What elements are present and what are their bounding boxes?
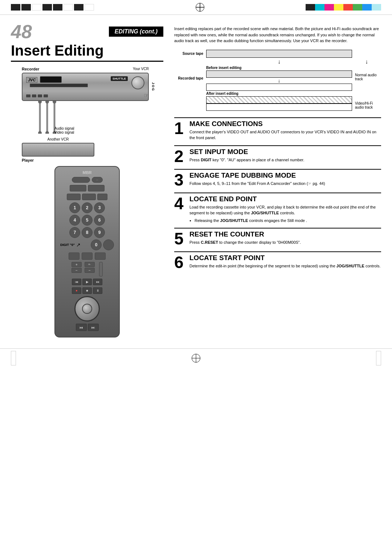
- signal-labels: Audio signal Video signal: [54, 126, 163, 134]
- num-btn-9[interactable]: 9: [94, 227, 105, 238]
- svg-point-3: [38, 101, 42, 104]
- step-3-number: 3: [174, 171, 186, 188]
- vcr-display: [40, 76, 62, 83]
- left-column: 48 EDITING (cont.) Insert Editing Record…: [11, 22, 171, 337]
- page-content: 48 EDITING (cont.) Insert Editing Record…: [0, 15, 392, 345]
- remote-extra-row: [60, 252, 114, 260]
- rewind-button[interactable]: ⏮: [72, 279, 81, 285]
- player-box: [22, 143, 94, 157]
- right-column: Insert editing replaces part of the reco…: [171, 22, 381, 337]
- color-registration-bar: [306, 4, 381, 11]
- num-btn-6[interactable]: 6: [94, 215, 105, 226]
- step-3-title: Engage Tape Dubbing Mode: [189, 171, 325, 179]
- after-audio-track: [206, 104, 352, 111]
- step-4-title: Locate End Point: [189, 195, 381, 203]
- before-label: Before insert editing: [206, 66, 352, 70]
- registration-marks-left: [11, 4, 94, 11]
- vcr-diagram: Recorder Your VCR JVC SHUTTLE: [11, 67, 163, 162]
- num-btn-5[interactable]: 5: [82, 215, 93, 226]
- step-6: 6 Locate Start Point Determine the edit-…: [174, 251, 381, 271]
- before-editing-row: Recorded tape Before insert editing ↓ No…: [174, 66, 381, 91]
- color-magenta: [324, 4, 334, 11]
- color-yellow: [334, 4, 343, 11]
- video-signal-label: Video signal: [54, 130, 163, 134]
- step-1-text: Connect the player's VIDEO OUT and AUDIO…: [189, 129, 381, 141]
- reg-mark-4: [42, 4, 52, 11]
- digit-zero-row: DIGIT "0" ↗ 0: [60, 239, 114, 250]
- remote-control: MBR ··· 1 2 3: [54, 166, 120, 337]
- step-6-number: 6: [174, 254, 186, 271]
- reg-mark-1: [11, 4, 20, 11]
- after-editing-row: After insert editing Video/Hi-Fi audio t…: [174, 92, 381, 111]
- after-video-track: [206, 96, 352, 104]
- step-5-number: 5: [174, 230, 186, 247]
- forward-button[interactable]: ⏭: [93, 279, 102, 285]
- svg-point-5: [53, 101, 56, 104]
- step-3-text: Follow steps 4, 5, 9–11 from the "Edit F…: [189, 181, 325, 187]
- step-2-content: Set Input Mode Press DIGIT key "0". "AU"…: [189, 148, 304, 163]
- color-green: [353, 4, 362, 11]
- pause-button[interactable]: ⏸: [93, 287, 102, 294]
- color-red: [343, 4, 353, 11]
- num-btn-8[interactable]: 8: [82, 227, 93, 238]
- color-blue: [362, 4, 372, 11]
- remote-jog-wheel[interactable]: [74, 296, 100, 322]
- record-button[interactable]: ●: [72, 287, 81, 294]
- reg-mark-3: [32, 4, 41, 11]
- step-4: 4 Locate End Point Load the recording ca…: [174, 193, 381, 224]
- vcr-controls: [26, 94, 48, 97]
- num-btn-0-left[interactable]: 0: [91, 239, 102, 250]
- remote-numpad: 1 2 3 4 5 6 7 8 9: [69, 202, 105, 238]
- shuttle-label: SHUTTLE: [111, 76, 128, 81]
- bottom-right-margin-mark: [376, 351, 381, 365]
- source-tape-track: [206, 50, 352, 58]
- page-title: Insert Editing: [11, 43, 163, 62]
- step-3: 3 Engage Tape Dubbing Mode Follow steps …: [174, 169, 381, 188]
- normal-audio-label: Normal audio track: [352, 66, 381, 81]
- num-btn-7[interactable]: 7: [69, 227, 80, 238]
- num-btn-1[interactable]: 1: [69, 202, 80, 213]
- svg-point-7: [45, 131, 49, 134]
- vcr-tape-slot: [30, 84, 88, 87]
- before-arrow: ↓: [206, 78, 352, 84]
- reg-mark-7: [74, 4, 83, 11]
- source-tape-label: Source tape: [174, 52, 206, 56]
- video-hifi-label: Video/Hi-Fi audio track: [352, 101, 381, 111]
- step-1: 1 Make Connections Connect the player's …: [174, 117, 381, 141]
- num-btn-0-right[interactable]: [103, 239, 114, 250]
- step-1-content: Make Connections Connect the player's VI…: [189, 120, 381, 141]
- color-black: [306, 4, 315, 11]
- step-1-title: Make Connections: [189, 120, 381, 128]
- num-btn-4[interactable]: 4: [69, 215, 80, 226]
- svg-point-6: [38, 131, 42, 134]
- your-vcr-label: Your VCR: [133, 67, 149, 71]
- player-label: Player: [22, 158, 163, 162]
- bottom-registration-bar: [0, 348, 392, 368]
- bottom-left-margin-mark: [11, 351, 16, 365]
- recorder-label: Recorder: [22, 67, 39, 71]
- step-2-number: 2: [174, 148, 186, 165]
- tape-diagram: Source tape ↓ ↓ Recorded tape Before ins…: [174, 50, 381, 111]
- color-light-cyan: [372, 4, 381, 11]
- step-6-title: Locate Start Point: [189, 254, 380, 262]
- step-6-text: Determine the edit-in point (the beginni…: [189, 263, 380, 269]
- play-button[interactable]: ▶: [82, 279, 92, 285]
- step-6-content: Locate Start Point Determine the edit-in…: [189, 254, 380, 269]
- steps-container: 1 Make Connections Connect the player's …: [174, 117, 381, 271]
- remote-arrow-row: ⏮ ⏭: [60, 324, 114, 331]
- registration-bar: [0, 0, 392, 15]
- remote-side-buttons: [60, 194, 114, 200]
- remote-record-row: ● ■ ⏸: [60, 287, 114, 294]
- before-audio-track: [206, 84, 352, 91]
- source-tape-row: Source tape: [174, 50, 381, 58]
- next-chapter-button[interactable]: ⏭: [88, 324, 99, 331]
- num-btn-2[interactable]: 2: [82, 202, 93, 213]
- audio-signal-label: Audio signal: [54, 126, 163, 130]
- page-header: 48 EDITING (cont.): [11, 22, 163, 41]
- prev-chapter-button[interactable]: ⏮: [76, 324, 87, 331]
- step-2-text: Press DIGIT key "0". "AU" appears in pla…: [189, 157, 304, 163]
- remote-wide-buttons: [60, 185, 114, 191]
- remote-jog-inner: [82, 304, 92, 314]
- num-btn-3[interactable]: 3: [94, 202, 105, 213]
- stop-button[interactable]: ■: [82, 287, 92, 294]
